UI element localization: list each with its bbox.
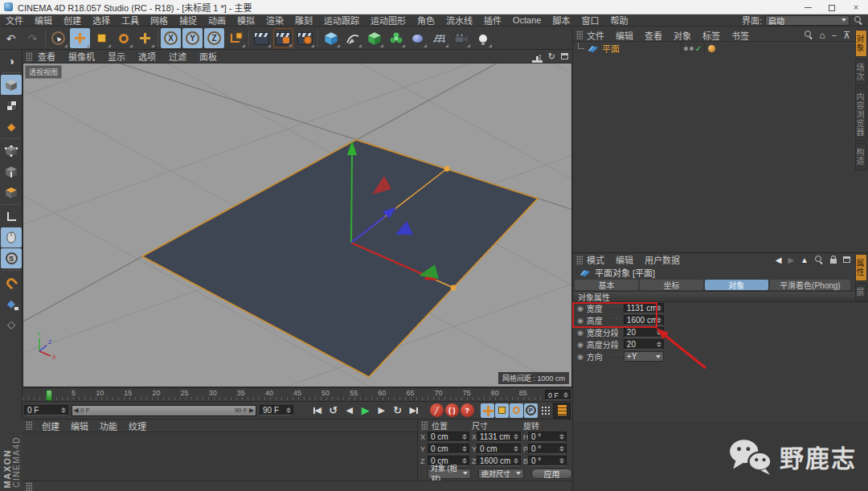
search-icon[interactable]: [815, 256, 824, 264]
object-tree[interactable]: 平面 ✓: [573, 42, 868, 239]
materials-menu-texture[interactable]: 纹理: [123, 419, 152, 432]
make-editable-icon[interactable]: ◑: [1, 51, 22, 71]
record-scale-toggle[interactable]: [495, 403, 509, 418]
menu-render[interactable]: 渲染: [260, 14, 289, 27]
solo-mode-icon[interactable]: [1, 227, 22, 248]
tab-content-browser[interactable]: 内容浏览器: [855, 88, 867, 141]
keyframe-dot-icon[interactable]: ◉: [577, 317, 583, 325]
menu-simulate[interactable]: 模拟: [231, 14, 260, 27]
tab-takes[interactable]: 场次: [855, 59, 867, 86]
om-menu-edit[interactable]: 编辑: [616, 29, 633, 42]
stepper-icon[interactable]: [60, 406, 67, 415]
menu-mesh[interactable]: 网格: [145, 14, 174, 27]
menu-character[interactable]: 角色: [411, 14, 440, 27]
plane-object[interactable]: [142, 140, 538, 377]
axis-mode-icon[interactable]: [1, 207, 22, 227]
keyframe-dot-icon[interactable]: ◉: [577, 305, 583, 313]
rotate-tool-icon[interactable]: [113, 28, 133, 48]
viewport-menu-camera[interactable]: 摄像机: [62, 50, 101, 63]
apply-button[interactable]: 应用: [531, 468, 572, 479]
tab-basic[interactable]: 基本: [575, 280, 638, 290]
viewport-menu-filter[interactable]: 过滤: [162, 50, 193, 63]
home-icon[interactable]: ⌂: [820, 30, 825, 41]
menu-animate[interactable]: 动画: [203, 14, 231, 27]
environment-icon[interactable]: [407, 28, 428, 48]
generators-icon[interactable]: [364, 28, 384, 48]
am-menu-edit[interactable]: 编辑: [616, 253, 633, 266]
snap-icon[interactable]: S: [1, 248, 22, 268]
keyframe-dot-icon[interactable]: ◉: [577, 353, 583, 361]
render-view-icon[interactable]: [252, 28, 272, 48]
model-mode-icon[interactable]: [1, 75, 22, 95]
menu-plugins[interactable]: 插件: [478, 14, 507, 27]
menu-motion-tracker[interactable]: 运动跟踪: [318, 14, 365, 27]
menu-octane[interactable]: Octane: [507, 15, 547, 25]
menu-select[interactable]: 选择: [87, 14, 116, 27]
materials-menu-edit[interactable]: 编辑: [65, 419, 94, 432]
next-frame-button[interactable]: ▶: [374, 403, 390, 418]
ruler-frame-field[interactable]: 0 F: [545, 390, 571, 400]
history-back-icon[interactable]: ◀: [776, 256, 782, 264]
autokey-button[interactable]: ( ): [445, 403, 459, 417]
goto-end-button[interactable]: ▶: [406, 403, 422, 418]
position-x-field[interactable]: 0 cm: [428, 432, 469, 442]
tab-phong[interactable]: 平滑着色(Phong): [770, 280, 850, 290]
materials-menu-create[interactable]: 创建: [36, 419, 65, 432]
am-menu-mode[interactable]: 模式: [587, 253, 604, 266]
camera-icon[interactable]: [451, 28, 471, 48]
render-region-icon[interactable]: [273, 28, 293, 48]
menu-help[interactable]: 帮助: [604, 14, 633, 27]
viewport-rotate-icon[interactable]: ↻: [548, 51, 555, 62]
menu-tools[interactable]: 工具: [116, 14, 145, 27]
previous-frame-button[interactable]: ◀: [342, 403, 358, 418]
maximize-button[interactable]: [820, 0, 844, 14]
panel-grip[interactable]: [26, 52, 32, 61]
play-button[interactable]: ▶: [358, 403, 374, 418]
tab-objects[interactable]: 对象: [855, 30, 867, 57]
keyframe-selection-button[interactable]: ?: [461, 403, 474, 417]
menu-script[interactable]: 脚本: [547, 14, 575, 27]
object-row-plane[interactable]: 平面 ✓: [573, 42, 868, 55]
record-parameter-toggle[interactable]: P: [524, 403, 538, 418]
minimize-button[interactable]: [796, 0, 820, 14]
menu-window[interactable]: 窗口: [575, 14, 604, 27]
tab-structure[interactable]: 构造: [855, 143, 867, 170]
primitive-cube-icon[interactable]: [321, 28, 341, 48]
dock-icon[interactable]: ⊼: [843, 30, 850, 41]
stepper-icon[interactable]: [285, 406, 292, 415]
viewport-canvas[interactable]: Y X Z 透视视图 网格间距 : 1000 cm: [23, 63, 572, 387]
width-field[interactable]: 1131 cm: [624, 303, 664, 313]
texture-mode-icon[interactable]: [1, 96, 22, 116]
menu-pipeline[interactable]: 流水线: [440, 14, 478, 27]
frame-range-slider[interactable]: ◀ 0 F 90 F ▶: [72, 405, 256, 416]
redo-icon[interactable]: ↷: [23, 28, 43, 48]
edges-mode-icon[interactable]: [1, 162, 22, 182]
size-y-field[interactable]: 0 cm: [477, 444, 521, 454]
x-axis-lock-icon[interactable]: X: [161, 28, 181, 48]
spline-pen-icon[interactable]: [342, 28, 362, 48]
current-frame-field[interactable]: 0 F: [24, 405, 68, 415]
size-z-field[interactable]: 1600 cm: [477, 456, 521, 466]
coord-mode-dropdown[interactable]: 对象 (相对): [428, 468, 471, 479]
viewport-menu-options[interactable]: 选项: [132, 50, 162, 63]
menu-sculpt[interactable]: 雕刻: [289, 14, 318, 27]
rotation-h-field[interactable]: 0 °: [528, 432, 567, 442]
previous-key-button[interactable]: ↺: [326, 403, 342, 418]
tab-object[interactable]: 对象: [705, 280, 768, 290]
move-tool-icon[interactable]: [70, 28, 90, 48]
dock-icon[interactable]: [843, 256, 850, 263]
history-forward-icon[interactable]: ▶: [788, 256, 794, 264]
tab-coordinates[interactable]: 坐标: [640, 280, 703, 290]
end-frame-field[interactable]: 90 F: [260, 405, 293, 415]
keyframe-selection-icon[interactable]: [553, 403, 571, 419]
size-x-field[interactable]: 1131 cm: [477, 432, 521, 442]
render-settings-icon[interactable]: [295, 28, 315, 48]
live-selection-icon[interactable]: ▲: [48, 28, 68, 48]
orientation-dropdown[interactable]: +Y: [624, 351, 664, 362]
viewport-toggle-icon[interactable]: [561, 53, 568, 59]
viewport-menu-panel[interactable]: 面板: [193, 50, 223, 63]
record-rotation-toggle[interactable]: [510, 403, 523, 418]
point-level-animation-toggle[interactable]: [538, 403, 553, 418]
deformers-icon[interactable]: [386, 28, 406, 48]
height-field[interactable]: 1600 cm: [624, 315, 664, 325]
